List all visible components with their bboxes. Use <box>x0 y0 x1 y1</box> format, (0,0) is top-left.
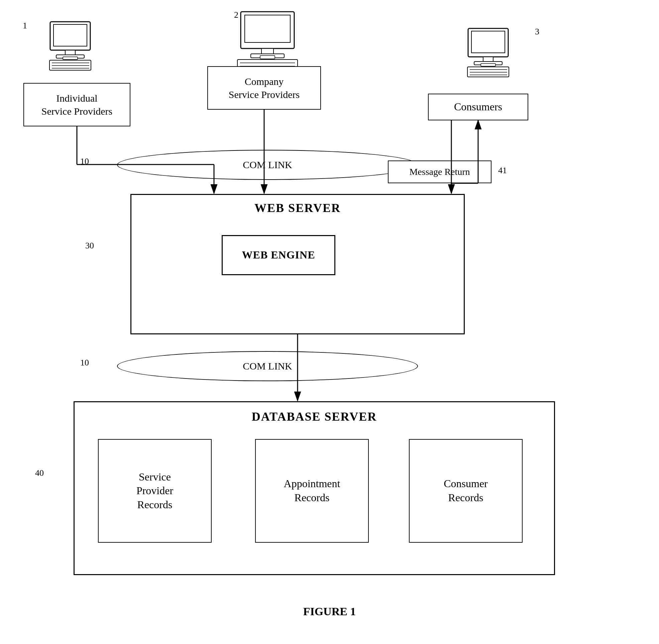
svg-rect-22 <box>468 67 509 77</box>
sp-records-box: Service Provider Records <box>98 439 212 543</box>
consumer-records-box: Consumer Records <box>409 439 523 543</box>
computer-individual-sp <box>43 20 97 73</box>
db-server-label: DATABASE SERVER <box>74 410 554 424</box>
svg-rect-20 <box>483 57 493 62</box>
com-link-top: COM LINK <box>117 150 418 180</box>
svg-rect-26 <box>481 64 496 66</box>
ref-2: 2 <box>234 10 238 20</box>
ref-30: 30 <box>85 241 94 251</box>
com-link-bottom: COM LINK <box>117 351 418 381</box>
ref-10b: 10 <box>80 358 89 368</box>
ref-41: 41 <box>498 165 507 176</box>
svg-rect-1 <box>53 24 87 46</box>
web-server-label: WEB SERVER <box>131 201 464 215</box>
db-server-box: DATABASE SERVER Service Provider Records… <box>73 401 555 575</box>
figure-caption: FIGURE 1 <box>0 605 659 618</box>
diagram-container: Individual Service Providers 1 Company S… <box>0 0 659 644</box>
computer-company-sp <box>234 10 301 73</box>
appt-records-box: Appointment Records <box>255 439 369 543</box>
computer-consumers <box>461 27 515 80</box>
svg-rect-19 <box>472 31 505 53</box>
ref-1: 1 <box>23 21 27 31</box>
label-consumers: Consumers <box>428 94 528 120</box>
web-server-box: WEB SERVER WEB ENGINE <box>130 194 465 335</box>
label-company-sp: Company Service Providers <box>207 66 321 110</box>
svg-rect-10 <box>245 15 290 43</box>
ref-40: 40 <box>35 468 44 478</box>
ref-3: 3 <box>535 27 539 37</box>
svg-rect-17 <box>260 55 275 59</box>
ref-10a: 10 <box>80 157 89 166</box>
web-engine-box: WEB ENGINE <box>222 235 335 275</box>
svg-rect-11 <box>262 48 273 54</box>
svg-rect-4 <box>49 60 91 70</box>
label-message-return: Message Return <box>388 161 492 183</box>
label-individual-sp: Individual Service Providers <box>23 83 130 127</box>
svg-rect-2 <box>65 50 75 55</box>
svg-rect-8 <box>63 57 77 60</box>
